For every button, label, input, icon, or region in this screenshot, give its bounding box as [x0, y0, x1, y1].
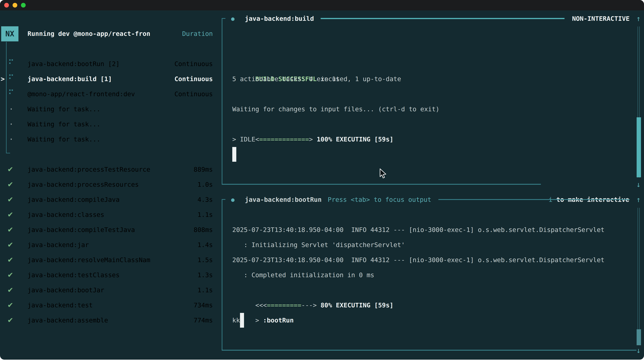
task-row[interactable]: java-backend:bootRun [2] Continuous: [0, 56, 213, 71]
focus-hint: Press <tab> to focus output: [328, 192, 431, 207]
scroll-down-icon[interactable]: ↓: [634, 343, 643, 358]
task-row-done[interactable]: ✔ java-backend:classes 1.1s: [0, 207, 213, 222]
bootrun-scrollbar-track[interactable]: [638, 208, 640, 345]
build-idle-line: > IDLE: [232, 132, 255, 147]
check-icon: ✔: [8, 162, 13, 177]
build-panel-rule: [321, 18, 564, 19]
prompt-arrow: >: [255, 317, 259, 324]
task-row-pending[interactable]: · Waiting for task...: [0, 132, 213, 147]
terminal-window: NX Running dev @mono-app/react-fron Dura…: [0, 0, 644, 360]
log-line: : Completed initialization in 0 ms: [232, 268, 374, 283]
selected-marker-icon: >: [1, 71, 5, 86]
check-icon: ✔: [8, 268, 13, 283]
duration-column-header: Duration: [0, 26, 213, 41]
running-group-bracket-foot: [6, 153, 10, 153]
log-line: 2025-07-23T13:40:18.950-04:00 INFO 44312…: [232, 222, 604, 237]
text-cursor: [232, 147, 236, 162]
task-row-done[interactable]: ✔ java-backend:processTestResource 889ms: [0, 162, 213, 177]
maximize-button[interactable]: [21, 3, 26, 7]
task-bullet-icon: ●: [231, 192, 234, 207]
prompt-task: :bootRun: [259, 317, 294, 324]
check-icon: ✔: [8, 252, 13, 268]
close-button[interactable]: [4, 3, 9, 7]
build-scrollbar-thumb[interactable]: [636, 117, 641, 177]
check-icon: ✔: [8, 207, 13, 222]
build-panel-title: java-backend:build: [245, 11, 314, 26]
progress-bar: =============: [259, 136, 309, 143]
interactive-hint: i to make interactive: [526, 177, 629, 192]
spinner-icon: [9, 74, 14, 80]
progress-cap-left: <: [255, 136, 259, 143]
text-cursor: [240, 313, 244, 328]
bootrun-prompt-line: > :bootRun: [232, 298, 294, 313]
waiting-dot-icon: ·: [9, 102, 14, 117]
task-row-done[interactable]: ✔ java-backend:compileTestJava 808ms: [0, 222, 213, 237]
check-icon: ✔: [8, 177, 13, 192]
task-row[interactable]: @mono-app/react-frontend:dev Continuous: [0, 86, 213, 102]
task-row-pending[interactable]: · Waiting for task...: [0, 102, 213, 117]
task-row-done[interactable]: ✔ java-backend:assemble 774ms: [0, 313, 213, 328]
task-row-done[interactable]: ✔ java-backend:bootJar 1.1s: [0, 283, 213, 298]
task-row-done[interactable]: ✔ java-backend:compileJava 4.3s: [0, 192, 213, 207]
log-line: : Initializing Servlet 'dispatcherServle…: [232, 237, 405, 252]
task-row-done[interactable]: ✔ java-backend:resolveMainClassNam 1.5s: [0, 252, 213, 268]
spinner-icon: [9, 89, 14, 95]
build-summary-line: 5 actionable tasks: 4 executed, 1 up-to-…: [232, 71, 401, 86]
task-row-selected[interactable]: > java-backend:build [1] Continuous: [0, 71, 213, 86]
mouse-pointer: [379, 168, 388, 180]
progress-cap-right: >: [309, 136, 313, 143]
check-icon: ✔: [8, 192, 13, 207]
spinner-icon: [9, 59, 14, 65]
progress-status: 80% EXECUTING [59s]: [320, 302, 394, 309]
progress-suffix: --->: [301, 302, 317, 309]
keyboard-hints: quit: q help: ?: [0, 343, 213, 358]
scroll-down-icon[interactable]: ↓: [634, 177, 643, 192]
check-icon: ✔: [8, 222, 13, 237]
waiting-dot-icon: ·: [9, 117, 14, 132]
task-row-done[interactable]: ✔ java-backend:testClasses 1.3s: [0, 268, 213, 283]
check-icon: ✔: [8, 298, 13, 313]
task-row-done[interactable]: ✔ java-backend:processResources 1.0s: [0, 177, 213, 192]
progress-status: 100% EXECUTING [59s]: [317, 136, 394, 143]
task-bullet-icon: ●: [231, 11, 234, 26]
bootrun-panel-title: java-backend:bootRun: [245, 192, 322, 207]
log-line: 2025-07-23T13:40:18.950-04:00 INFO 44312…: [232, 252, 604, 268]
bootrun-panel-rule: [438, 199, 630, 200]
build-success-line: BUILD SUCCESSFUL in 1s: [232, 56, 340, 71]
build-panel-bottom-border: [222, 184, 541, 185]
check-icon: ✔: [8, 237, 13, 252]
typed-input[interactable]: kk: [232, 313, 240, 328]
task-row-done[interactable]: ✔ java-backend:jar 1.4s: [0, 237, 213, 252]
minimize-button[interactable]: [12, 3, 17, 7]
check-icon: ✔: [8, 283, 13, 298]
build-waiting-line: Waiting for changes to input files... (c…: [232, 102, 440, 117]
build-panel-left-border: [222, 18, 222, 185]
task-row-done[interactable]: ✔ java-backend:test 734ms: [0, 298, 213, 313]
check-icon: ✔: [8, 313, 13, 328]
mode-badge: NON-INTERACTIVE: [572, 11, 630, 26]
scroll-up-icon[interactable]: ↑: [634, 11, 643, 26]
task-row-pending[interactable]: · Waiting for task...: [0, 117, 213, 132]
bootrun-panel-left-border: [222, 199, 222, 351]
titlebar: [0, 0, 644, 10]
build-progress-line: <=============> 100% EXECUTING [59s]: [232, 117, 394, 132]
scroll-up-icon[interactable]: ↑: [634, 192, 643, 207]
bootrun-progress-line: <<<=========---> 80% EXECUTING [59s]: [232, 283, 394, 298]
bootrun-panel-bottom-border: [222, 350, 636, 351]
waiting-dot-icon: ·: [9, 132, 14, 147]
